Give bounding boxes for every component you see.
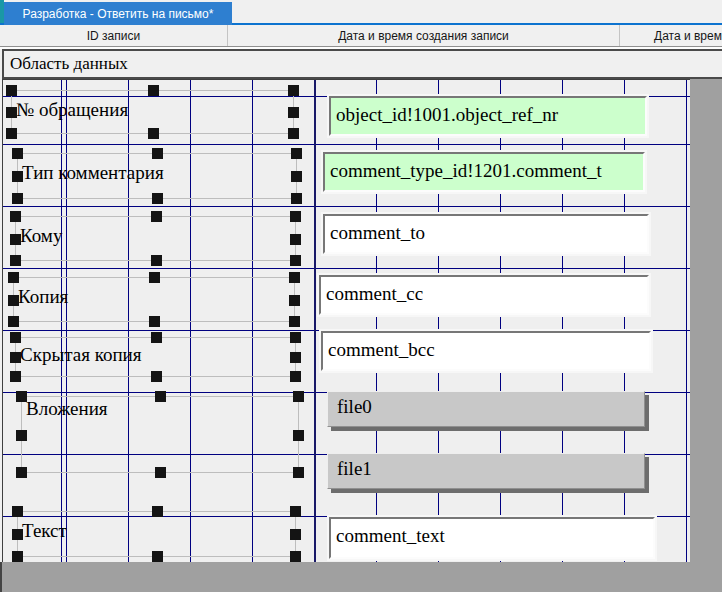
selection-handle-bm[interactable] [155,467,166,478]
tab-title: Разработка - Ответить на письмо* [23,7,214,21]
selection-handle-tl[interactable] [10,332,21,343]
selection-handle-br[interactable] [291,193,302,204]
selection-handle-bm[interactable] [151,371,162,382]
input-object-ref-nr[interactable]: object_id!1001.object_ref_nr [329,96,647,136]
selection-handle-br[interactable] [290,551,301,562]
selection-handle-bl[interactable] [8,316,19,327]
selection-handle-bm[interactable] [149,316,160,327]
label-text[interactable]: Текст [17,511,296,557]
selection-handle-ml[interactable] [10,352,21,363]
selection-handle-mr[interactable] [290,529,301,540]
tab-bar: Разработка - Ответить на письмо* [0,0,722,25]
label-comment-type[interactable]: Тип комментария [17,153,297,199]
label-attachments[interactable]: Вложения [21,396,299,473]
selection-handle-mr[interactable] [289,295,300,306]
right-frame-strip [690,79,722,562]
selection-handle-tm[interactable] [151,332,162,343]
selection-handle-ml[interactable] [8,295,19,306]
selection-handle-tm[interactable] [155,391,166,402]
selection-handle-mr[interactable] [293,430,304,441]
selection-handle-mr[interactable] [288,107,299,118]
selection-handle-bm[interactable] [152,193,163,204]
selection-handle-bm[interactable] [151,255,162,266]
selection-handle-tl[interactable] [8,272,19,283]
selection-handle-tr[interactable] [288,85,299,96]
selection-handle-br[interactable] [293,467,304,478]
selection-handle-tr[interactable] [290,211,301,222]
input-comment-cc[interactable]: comment_cc [319,275,649,315]
input-comment-text[interactable]: comment_text [329,517,655,559]
selection-handle-tl[interactable] [6,85,17,96]
input-comment-to[interactable]: comment_to [323,214,649,254]
column-header-created-datetime[interactable]: Дата и время создания записи [227,25,619,46]
selection-handle-tm[interactable] [152,506,163,517]
selection-handle-mr[interactable] [290,352,301,363]
input-comment-type[interactable]: comment_type_id!1201.comment_t [323,152,645,192]
label-bcc[interactable]: Скрытая копия [15,337,296,377]
selection-handle-tm[interactable] [149,272,160,283]
selection-handle-bm[interactable] [148,128,159,139]
label-to[interactable]: Кому [15,216,296,261]
column-header-datetime-clipped[interactable]: Дата и врем [619,25,722,46]
selection-handle-br[interactable] [290,255,301,266]
column-header-record-id[interactable]: ID записи [0,25,227,46]
selection-handle-ml[interactable] [10,234,21,245]
selection-handle-tl[interactable] [12,506,23,517]
selection-handle-tl[interactable] [10,211,21,222]
selection-handle-bl[interactable] [6,128,17,139]
selection-handle-mr[interactable] [290,234,301,245]
selection-handle-tl[interactable] [12,148,23,159]
design-canvas: № обращения object_id!1001.object_ref_nr… [2,79,690,562]
button-file0[interactable]: file0 [327,391,645,427]
selection-handle-ml[interactable] [12,529,23,540]
bottom-frame-bar [0,562,722,592]
selection-handle-ml[interactable] [12,171,23,182]
selection-handle-tr[interactable] [290,332,301,343]
selection-handle-bl[interactable] [10,371,21,382]
data-area-band-header[interactable]: Область данных [2,49,722,79]
button-file1[interactable]: file1 [327,453,645,489]
selection-handle-bl[interactable] [16,467,27,478]
input-comment-bcc[interactable]: comment_bcc [321,331,651,371]
selection-handle-tm[interactable] [148,85,159,96]
selection-handle-ml[interactable] [16,430,27,441]
selection-handle-mr[interactable] [291,171,302,182]
selection-handle-tm[interactable] [152,148,163,159]
selection-handle-br[interactable] [289,316,300,327]
label-cc[interactable]: Копия [13,277,295,322]
selection-handle-tr[interactable] [291,148,302,159]
selection-handle-bm[interactable] [152,551,163,562]
selection-handle-tr[interactable] [293,391,304,402]
selection-handle-br[interactable] [288,128,299,139]
tab-development[interactable]: Разработка - Ответить на письмо* [4,2,232,25]
selection-handle-tm[interactable] [151,211,162,222]
selection-handle-bl[interactable] [10,255,21,266]
form-designer-window: Разработка - Ответить на письмо* ID запи… [0,0,722,592]
selection-handle-br[interactable] [290,371,301,382]
selection-handle-bl[interactable] [12,551,23,562]
label-field-divider [314,80,316,562]
label-request-number[interactable]: № обращения [11,90,294,134]
column-header-row: ID записи Дата и время создания записи Д… [0,25,722,47]
selection-handle-tr[interactable] [290,506,301,517]
selection-handle-tr[interactable] [289,272,300,283]
selection-handle-bl[interactable] [12,193,23,204]
selection-handle-tl[interactable] [16,391,27,402]
selection-handle-ml[interactable] [6,107,17,118]
